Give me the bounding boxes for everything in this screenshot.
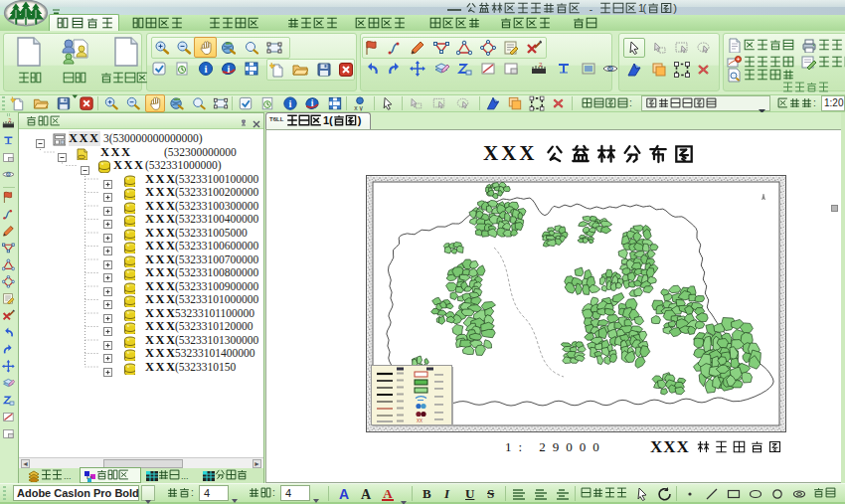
svg-text::: : <box>191 487 194 498</box>
svg-text:XX: XX <box>417 419 422 423</box>
svg-text::: : <box>272 487 275 498</box>
svg-text::: : <box>813 97 816 108</box>
svg-text:i: i <box>311 98 314 108</box>
svg-text:A: A <box>383 486 393 501</box>
svg-text:2: 2 <box>8 118 11 123</box>
svg-text:5: 5 <box>609 66 612 72</box>
svg-text:): ) <box>673 2 677 14</box>
svg-text::: : <box>629 97 632 108</box>
svg-text:x y: x y <box>354 104 363 111</box>
svg-text:i: i <box>228 64 231 75</box>
svg-text:A: A <box>361 487 372 502</box>
svg-text:A: A <box>339 486 349 502</box>
svg-text:(: ( <box>642 2 646 14</box>
svg-text:i: i <box>289 98 292 109</box>
svg-text:i: i <box>204 63 207 75</box>
